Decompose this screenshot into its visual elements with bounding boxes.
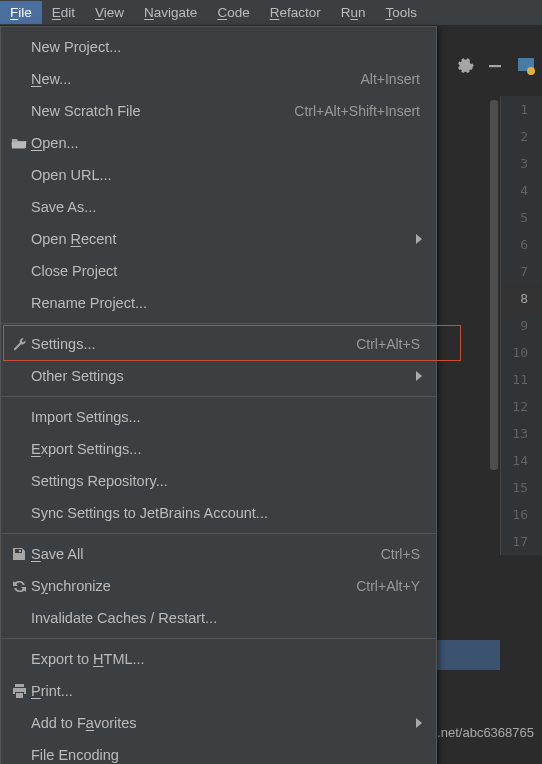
- menu-item-open[interactable]: Open...: [1, 127, 436, 159]
- python-run-icon[interactable]: [516, 56, 536, 79]
- menubar-item-code[interactable]: Code: [207, 1, 259, 24]
- line-number: 2: [501, 123, 542, 150]
- menu-shortcut: Ctrl+S: [381, 546, 426, 562]
- line-number: 17: [501, 528, 542, 555]
- menu-separator: [1, 323, 436, 324]
- menu-item-settings-repository[interactable]: Settings Repository...: [1, 465, 436, 497]
- menu-label: Close Project: [31, 263, 426, 279]
- menu-separator: [1, 533, 436, 534]
- line-number: 5: [501, 204, 542, 231]
- menu-item-save-all[interactable]: Save All Ctrl+S: [1, 538, 436, 570]
- menu-label: Save All: [31, 546, 381, 562]
- gear-icon[interactable]: [458, 58, 474, 77]
- menu-separator: [1, 638, 436, 639]
- line-number: 13: [501, 420, 542, 447]
- menu-label: Add to Favorites: [31, 715, 416, 731]
- menu-item-add-favorites[interactable]: Add to Favorites: [1, 707, 436, 739]
- menu-label: Invalidate Caches / Restart...: [31, 610, 426, 626]
- menu-label: Sync Settings to JetBrains Account...: [31, 505, 426, 521]
- menu-label: New Project...: [31, 39, 426, 55]
- line-number: 14: [501, 447, 542, 474]
- menubar-item-file[interactable]: File: [0, 1, 42, 24]
- line-number: 6: [501, 231, 542, 258]
- menu-item-close-project[interactable]: Close Project: [1, 255, 436, 287]
- line-number: 11: [501, 366, 542, 393]
- menu-item-sync-jetbrains[interactable]: Sync Settings to JetBrains Account...: [1, 497, 436, 529]
- menu-shortcut: Alt+Insert: [360, 71, 426, 87]
- menu-item-file-encoding[interactable]: File Encoding: [1, 739, 436, 764]
- menu-item-export-settings[interactable]: Export Settings...: [1, 433, 436, 465]
- line-number: 16: [501, 501, 542, 528]
- menu-label: Settings...: [31, 336, 356, 352]
- menu-label: Rename Project...: [31, 295, 426, 311]
- line-number: 4: [501, 177, 542, 204]
- menu-item-new-project[interactable]: New Project...: [1, 31, 436, 63]
- menubar-item-run[interactable]: Run: [331, 1, 376, 24]
- menubar: File Edit View Navigate Code Refactor Ru…: [0, 0, 542, 26]
- print-icon: [7, 684, 31, 698]
- menu-label: Open...: [31, 135, 426, 151]
- svg-rect-0: [489, 65, 501, 67]
- menu-label: Synchronize: [31, 578, 356, 594]
- menu-item-print[interactable]: Print...: [1, 675, 436, 707]
- menu-label: Import Settings...: [31, 409, 426, 425]
- chevron-right-icon: [416, 234, 422, 244]
- line-number: 3: [501, 150, 542, 177]
- editor-gutter: 1 2 3 4 5 6 7 8 9 10 11 12 13 14 15 16 1…: [500, 96, 542, 555]
- menu-label: Open Recent: [31, 231, 416, 247]
- menu-item-new[interactable]: New... Alt+Insert: [1, 63, 436, 95]
- menu-item-open-url[interactable]: Open URL...: [1, 159, 436, 191]
- menu-item-new-scratch[interactable]: New Scratch File Ctrl+Alt+Shift+Insert: [1, 95, 436, 127]
- menu-shortcut: Ctrl+Alt+Shift+Insert: [294, 103, 426, 119]
- menu-item-synchronize[interactable]: Synchronize Ctrl+Alt+Y: [1, 570, 436, 602]
- menu-item-save-as[interactable]: Save As...: [1, 191, 436, 223]
- menubar-item-tools[interactable]: Tools: [375, 1, 427, 24]
- menu-label: New Scratch File: [31, 103, 294, 119]
- menubar-item-edit[interactable]: Edit: [42, 1, 85, 24]
- menu-item-export-html[interactable]: Export to HTML...: [1, 643, 436, 675]
- line-number: 15: [501, 474, 542, 501]
- line-number: 1: [501, 96, 542, 123]
- wrench-icon: [7, 337, 31, 352]
- menu-label: New...: [31, 71, 360, 87]
- menu-separator: [1, 396, 436, 397]
- toolbar-right: [458, 56, 536, 79]
- chevron-right-icon: [416, 371, 422, 381]
- menu-item-settings[interactable]: Settings... Ctrl+Alt+S: [1, 328, 436, 360]
- open-folder-icon: [7, 136, 31, 150]
- menu-item-invalidate-caches[interactable]: Invalidate Caches / Restart...: [1, 602, 436, 634]
- menu-item-import-settings[interactable]: Import Settings...: [1, 401, 436, 433]
- line-number: 8: [501, 285, 542, 312]
- menubar-item-navigate[interactable]: Navigate: [134, 1, 207, 24]
- menu-label: Open URL...: [31, 167, 426, 183]
- editor-selection-band: [437, 640, 500, 670]
- chevron-right-icon: [416, 718, 422, 728]
- menubar-item-refactor[interactable]: Refactor: [260, 1, 331, 24]
- menu-label: Export Settings...: [31, 441, 426, 457]
- line-number: 7: [501, 258, 542, 285]
- file-menu-dropdown: New Project... New... Alt+Insert New Scr…: [0, 26, 437, 764]
- line-number: 12: [501, 393, 542, 420]
- menu-item-rename-project[interactable]: Rename Project...: [1, 287, 436, 319]
- line-number: 9: [501, 312, 542, 339]
- menubar-item-view[interactable]: View: [85, 1, 134, 24]
- menu-item-open-recent[interactable]: Open Recent: [1, 223, 436, 255]
- menu-label: Save As...: [31, 199, 426, 215]
- menu-label: Other Settings: [31, 368, 416, 384]
- menu-label: Settings Repository...: [31, 473, 426, 489]
- minimize-icon[interactable]: [488, 59, 502, 76]
- menu-shortcut: Ctrl+Alt+Y: [356, 578, 426, 594]
- menu-item-other-settings[interactable]: Other Settings: [1, 360, 436, 392]
- scrollbar-thumb[interactable]: [490, 100, 498, 470]
- menu-label: Print...: [31, 683, 426, 699]
- save-icon: [7, 547, 31, 561]
- menu-label: Export to HTML...: [31, 651, 426, 667]
- line-number: 10: [501, 339, 542, 366]
- menu-shortcut: Ctrl+Alt+S: [356, 336, 426, 352]
- svg-point-2: [527, 67, 535, 75]
- sync-icon: [7, 579, 31, 594]
- menu-label: File Encoding: [31, 747, 426, 763]
